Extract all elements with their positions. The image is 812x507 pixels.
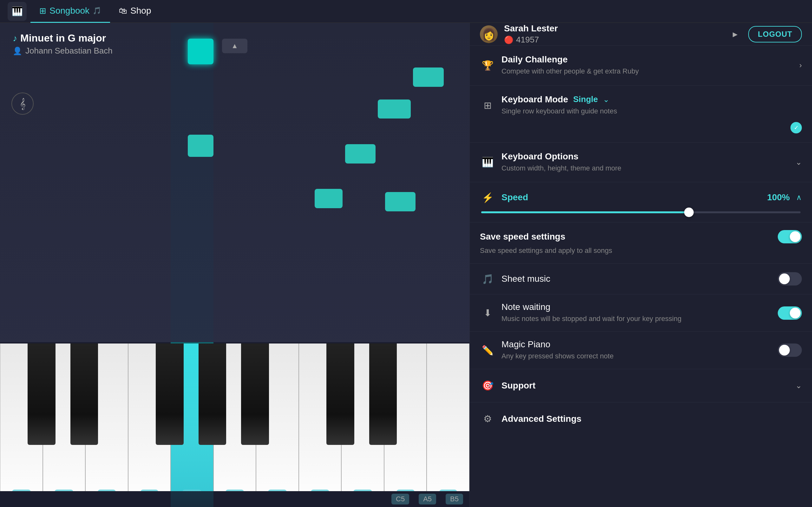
lane-0 [0,23,43,342]
save-speed-header: Save speed settings [480,230,802,243]
lane-4 [171,23,213,342]
note-waiting-row: ⬇ Note waiting Music notes will be stopp… [470,294,812,332]
save-speed-toggle[interactable] [778,230,802,243]
piano-area: ♪ Minuet in G major 👤 Johann Sebastian B… [0,23,469,507]
shop-bag-icon: 🛍 [119,6,127,16]
support-chevron: ⌄ [796,381,802,390]
avatar-placeholder: 👩 [480,25,498,43]
lane-6 [256,23,299,342]
score-value: 41957 [516,35,539,45]
keyboard-icon: 🎹 [480,155,495,170]
nav-tab-shop[interactable]: 🛍 Shop [110,0,160,23]
save-speed-title: Save speed settings [480,232,771,242]
magic-piano-toggle[interactable] [778,343,802,357]
note-waiting-subtitle: Music notes will be stopped and wait for… [502,314,771,324]
magic-piano-toggle-thumb [779,345,790,355]
black-key-4[interactable] [241,343,269,445]
scroll-up-button[interactable]: ▲ [222,39,247,53]
black-key-5[interactable] [326,343,354,445]
trophy-icon: 🏆 [480,58,495,73]
song-title: Minuet in G major [20,32,106,44]
sidebar: 👩 Sarah Lester 🔴 41957 ▶ LOGOUT 🏆 Daily … [469,23,812,507]
speed-chevron: ∧ [796,193,802,202]
author-icon: 👤 [13,47,22,55]
user-score-row: 🔴 41957 [504,35,722,45]
save-speed-subtitle: Save speed settings and apply to all son… [480,246,802,256]
keyboard-mode-title: Keyboard Mode [502,95,568,105]
keyboard-mode-value: Single [573,95,598,104]
lane-7 [299,23,342,342]
black-key-0[interactable] [28,343,55,445]
note-block-1 [188,135,213,157]
note-waiting-toggle-thumb [790,308,801,319]
daily-challenge-content: Daily Challenge Compete with other peopl… [502,55,793,76]
user-info: Sarah Lester 🔴 41957 [504,23,722,45]
sheet-music-toggle[interactable] [778,272,802,285]
nav-tab-shop-label: Shop [131,6,151,16]
lane-5 [213,23,256,342]
piano-keyboard: C4D4E4F4G4A4B4C5D5E5F5 [0,342,469,507]
advanced-settings-row[interactable]: ⚙ Advanced Settings [470,402,812,435]
keyboard-mode-row[interactable]: ⊞ Keyboard Mode Single ⌄ Single row keyb… [480,95,802,116]
checkmark-badge: ✓ [791,122,802,133]
main-layout: ♪ Minuet in G major 👤 Johann Sebastian B… [0,23,812,507]
note-block-6 [413,67,444,87]
sheet-music-row: 🎵 Sheet music [470,264,812,294]
sheet-music-title: Sheet music [502,274,771,284]
notes-area: ▲ [0,23,469,342]
keyboard-mode-content: Keyboard Mode Single ⌄ Single row keyboa… [502,95,802,116]
sidebar-header: 👩 Sarah Lester 🔴 41957 ▶ LOGOUT [470,23,812,46]
support-row[interactable]: 🎯 Support ⌄ [470,369,812,402]
support-icon: 🎯 [480,378,495,393]
note-block-0 [188,39,213,64]
lightning-icon: ⚡ [480,190,495,205]
lane-1 [43,23,86,342]
treble-clef-button[interactable]: 𝄞 [11,93,34,115]
keyboard-options-section[interactable]: 🎹 Keyboard Options Custom width, height,… [470,143,812,182]
note-waiting-icon: ⬇ [480,305,495,321]
lane-3 [128,23,171,342]
black-key-3[interactable] [199,343,226,445]
song-author: Johann Sebastian Bach [26,46,113,56]
top-nav: 🎹 ⊞ Songbook 🎵 🛍 Shop [0,0,812,23]
black-key-2[interactable] [156,343,183,445]
white-key-f5[interactable]: F5 [426,343,469,507]
bottom-key-a5: A5 [419,494,436,504]
black-key-1[interactable] [70,343,98,445]
song-title-row: ♪ Minuet in G major [13,32,113,44]
keyboard-mode-section: ⊞ Keyboard Mode Single ⌄ Single row keyb… [470,86,812,143]
sheet-music-icon: 🎵 [480,271,495,286]
note-waiting-toggle[interactable] [778,306,802,320]
daily-challenge-subtitle: Compete with other people & get extra Ru… [502,66,793,76]
daily-challenge-row[interactable]: 🏆 Daily Challenge Compete with other peo… [480,55,802,76]
support-title: Support [502,381,789,391]
magic-piano-content: Magic Piano Any key pressed shows correc… [502,339,771,361]
speed-title: Speed [502,192,761,203]
note-icon: 🎵 [93,7,101,15]
user-avatar: 👩 [480,25,498,43]
note-waiting-content: Note waiting Music notes will be stopped… [502,302,771,324]
keyboard-options-content: Keyboard Options Custom width, height, t… [502,152,789,173]
keyboard-options-title: Keyboard Options [502,152,789,162]
nav-tab-songbook[interactable]: ⊞ Songbook 🎵 [31,0,110,23]
daily-challenge-section[interactable]: 🏆 Daily Challenge Compete with other peo… [470,46,812,86]
sheet-music-toggle-thumb [779,274,790,284]
avatar-image: 👩 [482,27,496,41]
note-block-4 [378,100,411,118]
keyboard-options-chevron: ⌄ [796,158,802,167]
black-key-6[interactable] [369,343,397,445]
play-button[interactable]: ▶ [728,27,742,41]
daily-challenge-title: Daily Challenge [502,55,793,65]
magic-piano-subtitle: Any key pressed shows correct note [502,351,771,361]
grid-icon: ⊞ [480,98,495,113]
save-speed-toggle-thumb [790,231,801,242]
magic-piano-row: ✏️ Magic Piano Any key pressed shows cor… [470,332,812,369]
logout-button[interactable]: LOGOUT [748,26,802,43]
keyboard-options-row[interactable]: 🎹 Keyboard Options Custom width, height,… [480,152,802,173]
note-block-3 [345,144,375,163]
note-block-2 [315,189,343,208]
bottom-keys-row: C5 A5 B5 [0,491,469,507]
lane-2 [85,23,128,342]
speed-slider-thumb[interactable] [684,208,694,217]
song-info: ♪ Minuet in G major 👤 Johann Sebastian B… [13,32,113,56]
